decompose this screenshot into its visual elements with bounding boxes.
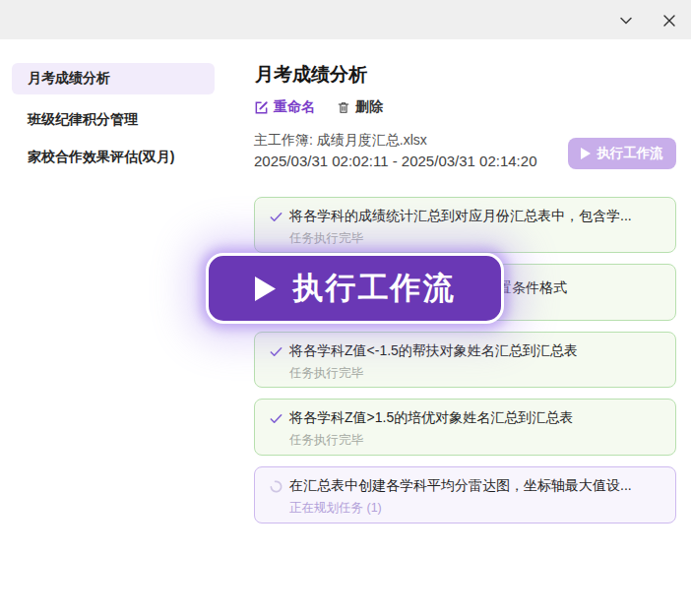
execute-workflow-label: 执行工作流 xyxy=(597,145,663,162)
sidebar-item-home-school-evaluation[interactable]: 家校合作效果评估(双月) xyxy=(12,142,215,173)
task-card-3[interactable]: 将各学科Z值<-1.5的帮扶对象姓名汇总到汇总表 任务执行完毕 xyxy=(254,332,676,388)
task-status: 正在规划任务 (1) xyxy=(289,500,661,517)
rename-button[interactable]: 重命名 xyxy=(254,98,315,116)
task-status: 任务执行完毕 xyxy=(289,365,661,382)
workbook-info: 主工作簿: 成绩月度汇总.xlsx xyxy=(254,132,427,150)
sidebar-item-class-discipline-points[interactable]: 班级纪律积分管理 xyxy=(12,104,215,136)
spinner-icon xyxy=(269,479,283,494)
play-icon xyxy=(581,148,591,159)
delete-button[interactable]: 删除 xyxy=(337,98,383,116)
task-card-5[interactable]: 在汇总表中创建各学科平均分雷达图，坐标轴最大值设... 正在规划任务 (1) xyxy=(254,466,676,524)
task-card-4[interactable]: 将各学科Z值>1.5的培优对象姓名汇总到汇总表 任务执行完毕 xyxy=(254,399,676,456)
edit-icon xyxy=(254,100,269,115)
rename-label: 重命名 xyxy=(274,98,315,116)
sidebar-item-label: 家校合作效果评估(双月) xyxy=(28,149,174,166)
close-button[interactable] xyxy=(656,7,683,34)
check-icon xyxy=(269,411,283,426)
page-title: 月考成绩分析 xyxy=(255,62,367,88)
delete-label: 删除 xyxy=(355,98,383,116)
check-icon xyxy=(269,344,283,359)
collapse-button[interactable] xyxy=(612,7,640,34)
sidebar-item-monthly-exam-analysis[interactable]: 月考成绩分析 xyxy=(12,63,215,94)
titlebar xyxy=(0,0,691,39)
time-range: 2025/03/31 02:02:11 - 2025/03/31 02:14:2… xyxy=(254,153,536,169)
task-status: 任务执行完毕 xyxy=(289,432,661,449)
task-card-1[interactable]: 将各学科的成绩统计汇总到对应月份汇总表中，包含学... 任务执行完毕 xyxy=(254,197,676,253)
execute-workflow-overlay-label: 执行工作流 xyxy=(293,268,456,309)
sidebar-item-label: 月考成绩分析 xyxy=(28,70,110,88)
execute-workflow-overlay-button[interactable]: 执行工作流 xyxy=(206,253,504,324)
task-title: 将各学科的成绩统计汇总到对应月份汇总表中，包含学... xyxy=(289,208,632,225)
trash-icon xyxy=(337,100,350,115)
task-title: 将各学科Z值<-1.5的帮扶对象姓名汇总到汇总表 xyxy=(289,342,578,360)
check-icon xyxy=(269,210,283,224)
task-title: 将各学科Z值>1.5的培优对象姓名汇总到汇总表 xyxy=(289,409,573,427)
workflow-actions: 重命名 删除 xyxy=(254,98,383,116)
execute-workflow-button[interactable]: 执行工作流 xyxy=(568,138,676,169)
task-title-partial: 置条件格式 xyxy=(498,279,567,297)
chevron-down-icon xyxy=(616,11,636,31)
task-title: 在汇总表中创建各学科平均分雷达图，坐标轴最大值设... xyxy=(289,477,632,495)
close-icon xyxy=(660,12,678,30)
sidebar-item-label: 班级纪律积分管理 xyxy=(28,111,138,129)
play-icon xyxy=(255,277,276,301)
workflow-panel: 月考成绩分析 班级纪律积分管理 家校合作效果评估(双月) 月考成绩分析 重命名 … xyxy=(0,0,691,616)
task-status: 任务执行完毕 xyxy=(289,230,661,247)
